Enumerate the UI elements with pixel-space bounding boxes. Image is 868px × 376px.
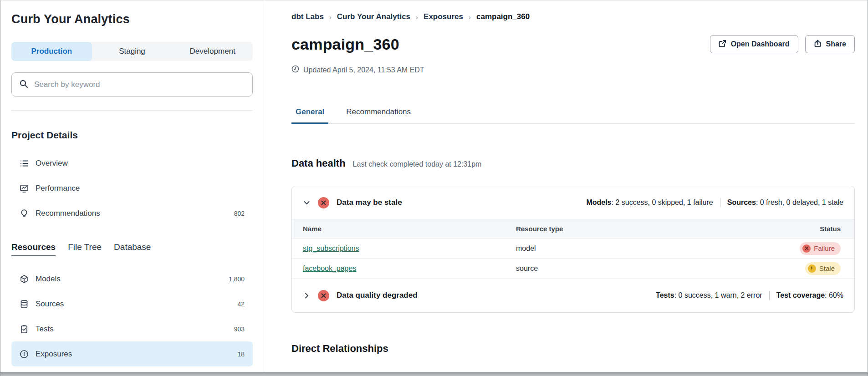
resource-view-tabs: Resources File Tree Database [11, 242, 253, 256]
open-dashboard-button[interactable]: Open Dashboard [710, 35, 798, 53]
open-dashboard-label: Open Dashboard [731, 40, 790, 48]
sidebar-divider [11, 110, 253, 111]
share-label: Share [826, 40, 846, 48]
project-details-heading: Project Details [11, 130, 253, 141]
tab-resources[interactable]: Resources [11, 242, 56, 256]
column-header-resource-type: Resource type [505, 225, 760, 233]
project-details-list: Overview Performance Recommendations 802 [11, 151, 253, 226]
error-status-icon [318, 197, 329, 208]
breadcrumb: dbt Labs › Curb Your Analytics › Exposur… [291, 12, 855, 21]
sidebar-item-performance[interactable]: Performance [11, 176, 253, 201]
data-health-card: Data may be stale Models: 2 success, 0 s… [291, 186, 855, 313]
last-check-text: Last check completed today at 12:31pm [353, 160, 482, 168]
stale-group-title: Data may be stale [337, 198, 402, 207]
status-badge-failure: Failure [800, 242, 841, 255]
sidebar-item-label: Performance [36, 184, 80, 193]
stale-group-header[interactable]: Data may be stale Models: 2 success, 0 s… [292, 186, 854, 219]
item-count: 802 [234, 210, 245, 217]
resource-type: source [505, 264, 760, 273]
stale-resources-table: Name Resource type Status stg_subscripti… [292, 219, 854, 279]
gauge-icon [20, 350, 29, 359]
tab-file-tree[interactable]: File Tree [68, 242, 102, 256]
sidebar-item-label: Models [36, 274, 61, 284]
warning-dot-icon [808, 264, 816, 273]
table-header-row: Name Resource type Status [292, 219, 854, 239]
models-summary-value: : 2 success, 0 skipped, 1 failure [612, 198, 713, 206]
search-input[interactable] [34, 80, 245, 89]
sidebar-item-recommendations[interactable]: Recommendations 802 [11, 201, 253, 226]
breadcrumb-exposures[interactable]: Exposures [424, 12, 463, 21]
summary-divider [769, 291, 770, 300]
sidebar-item-exposures[interactable]: Exposures 18 [11, 341, 253, 366]
chevron-right-icon[interactable] [303, 292, 311, 300]
data-health-heading: Data health [291, 158, 346, 169]
resource-link-facebook-pages[interactable]: facebook_pages [303, 264, 356, 272]
sidebar-item-label: Tests [36, 325, 54, 334]
item-count: 903 [234, 325, 245, 333]
item-count: 1,800 [229, 275, 245, 283]
column-header-status: Status [760, 225, 854, 233]
clock-icon [291, 65, 299, 75]
share-button[interactable]: Share [805, 35, 855, 53]
item-count: 18 [237, 351, 245, 358]
quality-group-summary: Tests: 0 success, 1 warn, 2 error Test c… [656, 291, 843, 300]
window-bottom-edge [0, 372, 868, 376]
tests-summary-label: Tests [656, 291, 674, 299]
tab-recommendations[interactable]: Recommendations [342, 107, 415, 124]
tab-general[interactable]: General [291, 107, 328, 124]
env-tab-staging[interactable]: Staging [92, 42, 173, 61]
sidebar-item-overview[interactable]: Overview [11, 151, 253, 176]
sidebar-item-label: Sources [36, 300, 64, 309]
table-row: stg_subscriptions model Failure [292, 239, 854, 259]
app-window: Curb Your Analytics Production Staging D… [0, 0, 868, 376]
env-tab-production[interactable]: Production [11, 42, 92, 61]
resource-type: model [505, 244, 760, 253]
chevron-down-icon[interactable] [303, 199, 311, 207]
breadcrumb-project[interactable]: Curb Your Analytics [337, 12, 410, 21]
item-count: 42 [237, 300, 245, 308]
sources-summary-value: : 0 fresh, 0 delayed, 1 stale [756, 198, 843, 206]
quality-group-title: Data quality degraded [337, 291, 418, 300]
page-title: campaign_360 [291, 36, 399, 53]
tab-database[interactable]: Database [114, 242, 151, 256]
page-tabs: General Recommendations [291, 107, 855, 124]
updated-text: Updated April 5, 2024, 11:53 AM EDT [303, 66, 424, 74]
breadcrumb-separator: › [469, 13, 471, 21]
direct-relationships-heading: Direct Relationships [291, 343, 855, 355]
summary-divider [720, 198, 720, 207]
sources-summary-label: Sources [727, 198, 756, 206]
env-tab-development[interactable]: Development [172, 42, 253, 61]
breadcrumb-current: campaign_360 [476, 12, 530, 21]
updated-row: Updated April 5, 2024, 11:53 AM EDT [291, 65, 855, 75]
sidebar-item-label: Exposures [36, 350, 72, 359]
lightbulb-icon [20, 209, 29, 218]
sidebar-item-models[interactable]: Models 1,800 [11, 266, 253, 291]
resource-link-stg-subscriptions[interactable]: stg_subscriptions [303, 244, 359, 252]
coverage-summary-value: : 60% [825, 291, 843, 299]
models-summary-label: Models [586, 198, 611, 206]
sidebar-item-tests[interactable]: Tests 903 [11, 316, 253, 341]
coverage-summary-label: Test coverage [776, 291, 825, 299]
cube-icon [20, 274, 29, 284]
environment-tabs: Production Staging Development [11, 42, 253, 61]
quality-group-header[interactable]: Data quality degraded Tests: 0 success, … [292, 279, 854, 312]
sidebar-item-label: Recommendations [36, 209, 100, 218]
sidebar: Curb Your Analytics Production Staging D… [0, 0, 264, 372]
sidebar-item-sources[interactable]: Sources 42 [11, 291, 253, 316]
tests-summary-value: : 0 success, 1 warn, 2 error [674, 291, 762, 299]
clipboard-check-icon [20, 325, 29, 334]
status-badge-stale: Stale [805, 262, 841, 275]
search-icon [19, 79, 28, 90]
list-icon [20, 159, 29, 168]
status-label: Stale [819, 264, 835, 272]
external-link-icon [719, 40, 726, 49]
sidebar-item-label: Overview [36, 159, 68, 168]
database-icon [20, 300, 29, 309]
search-box[interactable] [11, 72, 253, 97]
share-icon [814, 40, 822, 49]
stale-group-summary: Models: 2 success, 0 skipped, 1 failure … [586, 198, 843, 207]
breadcrumb-separator: › [416, 13, 418, 21]
breadcrumb-dbt-labs[interactable]: dbt Labs [291, 12, 324, 21]
performance-icon [20, 184, 29, 193]
error-dot-icon [802, 244, 811, 253]
